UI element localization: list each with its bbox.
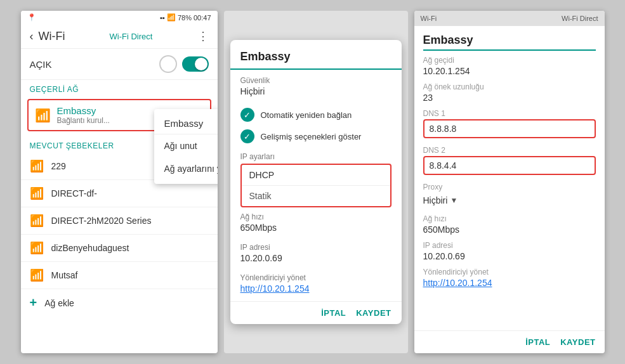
dhcp-option[interactable]: DHCP bbox=[242, 165, 390, 185]
screen3-speed-value: 650Mbps bbox=[423, 224, 596, 235]
screen3-save-button[interactable]: KAYDET bbox=[560, 337, 595, 347]
status-bar: 📍 ▪▪ 📶 78% 00:47 bbox=[21, 11, 218, 24]
wifi-toggle-switch[interactable] bbox=[182, 56, 209, 72]
list-item[interactable]: 📶 DIRECT-2hM2020 Series bbox=[21, 207, 218, 235]
forget-network-item[interactable]: Ağı unut bbox=[154, 134, 218, 157]
router-row: Yönlendiriciyi yönet http://10.20.1.254 bbox=[230, 271, 402, 301]
network-settings-dialog: Embassy Güvenlik Hiçbiri ✓ Otomatik yeni… bbox=[230, 40, 402, 324]
dialog-actions: İPTAL KAYDET bbox=[230, 301, 402, 324]
add-icon: + bbox=[30, 296, 37, 310]
network-name-mutsaf: Mutsaf bbox=[51, 270, 78, 280]
screen3-actions: İPTAL KAYDET bbox=[414, 330, 605, 353]
proxy-dropdown-arrow: ▼ bbox=[450, 196, 457, 205]
proxy-label: Proxy bbox=[423, 183, 596, 192]
security-section: Güvenlik Hiçbiri bbox=[230, 70, 402, 104]
dns1-field: DNS 1 8.8.8.8 bbox=[423, 104, 596, 141]
wifi-locked-icon: 📶 bbox=[30, 241, 44, 255]
ip-row: IP adresi 10.20.0.69 bbox=[230, 240, 402, 271]
wifi-title: Wi-Fi bbox=[39, 30, 65, 43]
screen3-cancel-button[interactable]: İPTAL bbox=[525, 337, 550, 347]
wifi-locked-icon: 📶 bbox=[30, 268, 44, 282]
screen3-ip-value: 10.20.0.69 bbox=[423, 251, 596, 261]
wifi-direct-link[interactable]: Wi-Fi Direct bbox=[110, 32, 153, 41]
add-network-label: Ağ ekle bbox=[44, 298, 74, 308]
gateway-field: Ağ geçidi 10.20.1.254 bbox=[423, 51, 596, 77]
proxy-value: Hiçbiri bbox=[423, 195, 448, 205]
location-icon: 📍 bbox=[27, 13, 36, 22]
dns1-value-box[interactable]: 8.8.8.8 bbox=[423, 119, 596, 138]
advanced-options-check: ✓ bbox=[240, 129, 254, 143]
more-options-icon[interactable]: ⋮ bbox=[197, 29, 209, 43]
screen3-ip-label: IP adresi bbox=[423, 241, 596, 250]
wifi-toggle-row: AÇIK bbox=[21, 49, 218, 80]
dns2-value-box[interactable]: 8.8.4.4 bbox=[423, 156, 596, 175]
screen1-wifi-list: 📍 ▪▪ 📶 78% 00:47 ‹ Wi-Fi Wi-Fi Direct ⋮ … bbox=[21, 11, 218, 353]
manage-network-item[interactable]: Ağ ayarlarını yönet bbox=[154, 157, 218, 180]
add-network-item[interactable]: + Ağ ekle bbox=[21, 289, 218, 316]
auto-reconnect-check: ✓ bbox=[240, 108, 254, 122]
proxy-field: Proxy Hiçbiri ▼ bbox=[423, 178, 596, 209]
screen3-ip-field: IP adresi 10.20.0.69 bbox=[423, 236, 596, 263]
screen3-router-value: http://10.20.1.254 bbox=[423, 278, 596, 288]
auto-reconnect-label: Otomatik yeniden bağlan bbox=[261, 110, 352, 120]
time-display: 00:47 bbox=[194, 14, 211, 22]
screen3-wifi-label: Wi-Fi bbox=[421, 15, 437, 22]
prefix-field: Ağ önek uzunluğu 23 bbox=[423, 77, 596, 104]
dns1-label: DNS 1 bbox=[423, 109, 596, 118]
screen3-router-field: Yönlendiriciyi yönet http://10.20.1.254 bbox=[423, 263, 596, 289]
dns2-label: DNS 2 bbox=[423, 146, 596, 155]
screen3-wifi-direct-label: Wi-Fi Direct bbox=[562, 15, 598, 22]
ip-settings-label: IP ayarları bbox=[230, 147, 402, 164]
network-name-direct-df: DIRECT-df- bbox=[51, 188, 97, 198]
ip-settings-dropdown[interactable]: DHCP Statik bbox=[240, 164, 391, 207]
current-network-label: GEÇERLİ AĞ bbox=[21, 80, 218, 96]
gateway-value: 10.20.1.254 bbox=[423, 66, 596, 76]
security-value: Hiçbiri bbox=[240, 86, 391, 96]
current-network-name: Embassy bbox=[57, 105, 110, 116]
wifi-header: ‹ Wi-Fi Wi-Fi Direct ⋮ bbox=[21, 24, 218, 49]
screen3-router-label: Yönlendiriciyi yönet bbox=[423, 268, 596, 276]
wifi-signal-icon: 📶 bbox=[35, 108, 51, 123]
auto-reconnect-row[interactable]: ✓ Otomatik yeniden bağlan bbox=[230, 104, 402, 126]
screen3-network-title: Embassy bbox=[423, 26, 596, 51]
context-menu: Embassy Ağı unut Ağ ayarlarını yönet bbox=[154, 109, 218, 184]
advanced-options-label: Gelişmiş seçenekleri göster bbox=[261, 132, 362, 141]
list-item[interactable]: 📶 dizBenyehudaguest bbox=[21, 235, 218, 262]
dns2-field: DNS 2 8.8.4.4 bbox=[423, 141, 596, 178]
screen3-dns-details: Wi-Fi Wi-Fi Direct Embassy Ağ geçidi 10.… bbox=[414, 11, 605, 353]
screen3-speed-field: Ağ hızı 650Mbps bbox=[423, 209, 596, 236]
speed-value: 650Mbps bbox=[240, 223, 391, 233]
current-network-status: Bağlantı kurul... bbox=[57, 116, 110, 125]
wifi-locked-icon: 📶 bbox=[30, 159, 44, 173]
proxy-row[interactable]: Hiçbiri ▼ bbox=[423, 193, 596, 208]
screen3-top-bar: Wi-Fi Wi-Fi Direct bbox=[414, 11, 605, 26]
screen2-dialog-wrapper: Embassy Güvenlik Hiçbiri ✓ Otomatik yeni… bbox=[224, 11, 408, 353]
cancel-button[interactable]: İPTAL bbox=[321, 308, 346, 318]
wifi-toggle-label: AÇIK bbox=[30, 59, 52, 70]
back-button[interactable]: ‹ bbox=[30, 30, 34, 43]
screen3-content: Embassy Ağ geçidi 10.20.1.254 Ağ önek uz… bbox=[414, 26, 605, 330]
wifi-locked-icon: 📶 bbox=[30, 186, 44, 200]
signal-icon: 📶 bbox=[167, 13, 176, 22]
speed-row: Ağ hızı 650Mbps bbox=[230, 210, 402, 240]
prefix-label: Ağ önek uzunluğu bbox=[423, 82, 596, 91]
network-name-direct-2hm: DIRECT-2hM2020 Series bbox=[51, 216, 152, 226]
sim-icon: ▪▪ bbox=[160, 14, 165, 22]
screen3-speed-label: Ağ hızı bbox=[423, 214, 596, 223]
prefix-value: 23 bbox=[423, 93, 596, 103]
save-button[interactable]: KAYDET bbox=[356, 308, 391, 318]
wifi-locked-icon: 📶 bbox=[30, 214, 44, 228]
list-item[interactable]: 📶 Mutsaf bbox=[21, 262, 218, 289]
network-name-diz: dizBenyehudaguest bbox=[51, 243, 129, 253]
context-menu-title: Embassy bbox=[154, 113, 218, 134]
advanced-options-row[interactable]: ✓ Gelişmiş seçenekleri göster bbox=[230, 126, 402, 147]
speed-label: Ağ hızı bbox=[240, 212, 391, 221]
static-option[interactable]: Statik bbox=[242, 185, 390, 206]
network-name-229: 229 bbox=[51, 161, 66, 171]
battery-level: 78% bbox=[178, 14, 192, 22]
router-value: http://10.20.1.254 bbox=[240, 283, 391, 294]
ip-value: 10.20.0.69 bbox=[240, 253, 391, 263]
gateway-label: Ağ geçidi bbox=[423, 56, 596, 65]
list-item[interactable]: 📶 DIRECT-df- bbox=[21, 180, 218, 207]
wifi-toggle-circle[interactable] bbox=[159, 55, 177, 73]
